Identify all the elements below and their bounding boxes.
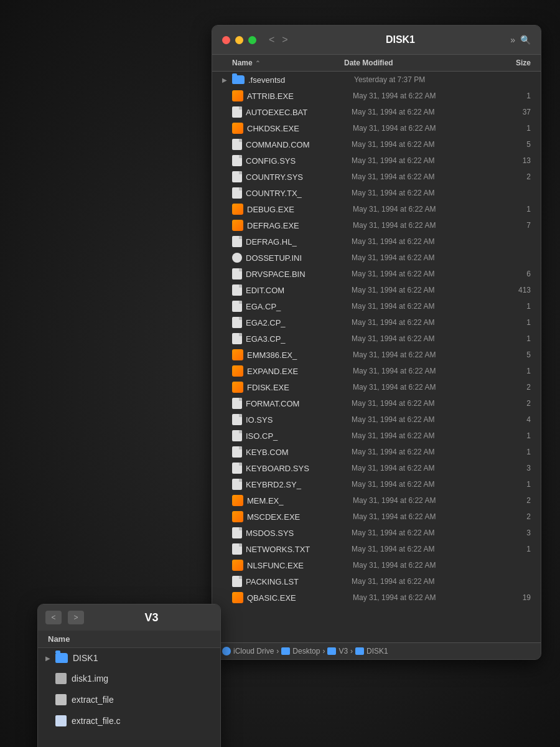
white-icon	[232, 414, 242, 425]
row-filename: EDIT.COM	[246, 286, 352, 295]
row-size: 2	[500, 172, 531, 181]
file-row[interactable]: DEFRAG.EXEMay 31, 1994 at 6:22 AM7	[212, 217, 541, 233]
white-icon	[232, 155, 242, 166]
file-row[interactable]: KEYB.COMMay 31, 1994 at 6:22 AM1	[212, 444, 541, 460]
row-filename: FDISK.EXE	[247, 383, 353, 392]
more-options-button[interactable]: »	[510, 35, 515, 45]
finder-nav: < >	[266, 33, 291, 47]
fullscreen-button[interactable]	[248, 36, 256, 44]
row-size: 1	[500, 448, 531, 456]
file-icon-c	[55, 715, 67, 726]
sidebar-forward-button[interactable]: >	[68, 611, 84, 624]
file-row[interactable]: FORMAT.COMMay 31, 1994 at 6:22 AM2	[212, 395, 541, 411]
file-row[interactable]: DRVSPACE.BINMay 31, 1994 at 6:22 AM6	[212, 266, 541, 282]
file-row[interactable]: DEBUG.EXEMay 31, 1994 at 6:22 AM1	[212, 201, 541, 217]
file-list: ▶.fseventsdYesterday at 7:37 PMATTRIB.EX…	[212, 72, 541, 643]
file-row[interactable]: EXPAND.EXEMay 31, 1994 at 6:22 AM1	[212, 363, 541, 379]
file-row[interactable]: MSDOS.SYSMay 31, 1994 at 6:22 AM3	[212, 525, 541, 541]
file-row[interactable]: EGA3.CP_May 31, 1994 at 6:22 AM1	[212, 331, 541, 347]
file-row[interactable]: NETWORKS.TXTMay 31, 1994 at 6:22 AM1	[212, 541, 541, 557]
file-row[interactable]: MSCDEX.EXEMay 31, 1994 at 6:22 AM2	[212, 509, 541, 525]
chevron-right-icon: ▶	[222, 77, 232, 83]
row-size: 5	[500, 350, 531, 359]
row-date: May 31, 1994 at 6:22 AM	[353, 512, 500, 521]
file-row[interactable]: CONFIG.SYSMay 31, 1994 at 6:22 AM13	[212, 153, 541, 169]
finder-window-title: DISK1	[296, 34, 506, 45]
file-row[interactable]: ISO.CP_May 31, 1994 at 6:22 AM1	[212, 428, 541, 444]
row-size: 2	[500, 496, 531, 505]
sidebar-back-button[interactable]: <	[45, 611, 62, 624]
row-date: May 31, 1994 at 6:22 AM	[352, 318, 500, 327]
row-filename: AUTOEXEC.BAT	[246, 108, 352, 117]
sidebar-item-extract-file-c[interactable]: extract_file.c	[38, 710, 220, 731]
file-row[interactable]: AUTOEXEC.BATMay 31, 1994 at 6:22 AM37	[212, 104, 541, 120]
finder-window: < > DISK1 » 🔍 Name ⌃ Date Modified Size …	[212, 25, 541, 660]
row-date: May 31, 1994 at 6:22 AM	[353, 496, 500, 505]
sidebar-item-label: extract_file	[72, 695, 114, 705]
orange-icon	[232, 204, 243, 215]
file-row[interactable]: ATTRIB.EXEMay 31, 1994 at 6:22 AM1	[212, 88, 541, 104]
sidebar-item-disk1[interactable]: ▶ DISK1	[38, 648, 220, 668]
white-icon	[232, 139, 242, 150]
sidebar-item-disk1img[interactable]: disk1.img	[38, 668, 220, 689]
row-filename: NLSFUNC.EXE	[247, 561, 353, 570]
breadcrumb-sep2: ›	[322, 647, 325, 655]
folder-icon	[55, 653, 68, 663]
finder-forward-button[interactable]: >	[279, 33, 290, 47]
orange-icon	[232, 592, 243, 603]
row-size: 37	[500, 108, 531, 116]
row-size: 1	[500, 367, 531, 375]
file-row[interactable]: ▶.fseventsdYesterday at 7:37 PM	[212, 72, 541, 88]
file-row[interactable]: DOSSETUP.INIMay 31, 1994 at 6:22 AM	[212, 250, 541, 266]
icloud-icon	[222, 647, 231, 655]
breadcrumb-sep: ›	[276, 647, 279, 655]
white-icon	[232, 398, 242, 409]
row-filename: .fseventsd	[248, 75, 354, 85]
file-row[interactable]: EMM386.EX_May 31, 1994 at 6:22 AM5	[212, 347, 541, 363]
file-row[interactable]: PACKING.LSTMay 31, 1994 at 6:22 AM	[212, 573, 541, 590]
file-row[interactable]: EGA2.CP_May 31, 1994 at 6:22 AM1	[212, 314, 541, 331]
search-button[interactable]: 🔍	[520, 35, 531, 45]
file-row[interactable]: CHKDSK.EXEMay 31, 1994 at 6:22 AM1	[212, 120, 541, 136]
col-name-header[interactable]: Name ⌃	[232, 59, 344, 67]
chevron-down-icon: ▶	[45, 655, 50, 662]
finder-actions: » 🔍	[510, 35, 531, 45]
file-row[interactable]: KEYBOARD.SYSMay 31, 1994 at 6:22 AM3	[212, 460, 541, 476]
row-date: May 31, 1994 at 6:22 AM	[353, 124, 500, 133]
sidebar-item-extract-file[interactable]: extract_file	[38, 689, 220, 710]
row-filename: IO.SYS	[246, 415, 352, 425]
row-date: Yesterday at 7:37 PM	[354, 75, 500, 84]
row-date: May 31, 1994 at 6:22 AM	[352, 448, 500, 456]
minimize-button[interactable]	[235, 36, 243, 44]
white-icon	[232, 446, 242, 458]
file-row[interactable]: FDISK.EXEMay 31, 1994 at 6:22 AM2	[212, 379, 541, 395]
row-filename: KEYBRD2.SY_	[246, 480, 352, 489]
row-date: May 31, 1994 at 6:22 AM	[352, 399, 500, 408]
close-button[interactable]	[222, 36, 230, 44]
row-date: May 31, 1994 at 6:22 AM	[352, 302, 500, 311]
file-row[interactable]: COUNTRY.TX_May 31, 1994 at 6:22 AM	[212, 185, 541, 201]
file-row[interactable]: COMMAND.COMMay 31, 1994 at 6:22 AM5	[212, 136, 541, 153]
file-row[interactable]: EGA.CP_May 31, 1994 at 6:22 AM1	[212, 298, 541, 314]
file-row[interactable]: EDIT.COMMay 31, 1994 at 6:22 AM413	[212, 282, 541, 298]
row-size: 1	[500, 545, 531, 553]
file-row[interactable]: COUNTRY.SYSMay 31, 1994 at 6:22 AM2	[212, 169, 541, 185]
file-row[interactable]: QBASIC.EXEMay 31, 1994 at 6:22 AM19	[212, 590, 541, 606]
file-row[interactable]: MEM.EX_May 31, 1994 at 6:22 AM2	[212, 492, 541, 509]
row-date: May 31, 1994 at 6:22 AM	[352, 577, 500, 586]
row-filename: COUNTRY.SYS	[246, 172, 352, 182]
finder-back-button[interactable]: <	[266, 33, 277, 47]
file-row[interactable]: IO.SYSMay 31, 1994 at 6:22 AM4	[212, 411, 541, 428]
white-icon	[232, 284, 242, 296]
file-row[interactable]: NLSFUNC.EXEMay 31, 1994 at 6:22 AM	[212, 557, 541, 573]
col-size-header[interactable]: Size	[493, 59, 531, 67]
breadcrumb-v3: V3	[338, 647, 348, 655]
col-date-header[interactable]: Date Modified	[344, 59, 493, 67]
sidebar-titlebar: < > V3	[38, 604, 220, 631]
file-row[interactable]: DEFRAG.HL_May 31, 1994 at 6:22 AM	[212, 233, 541, 250]
white-icon	[232, 187, 242, 199]
file-row[interactable]: KEYBRD2.SY_May 31, 1994 at 6:22 AM1	[212, 476, 541, 492]
row-filename: DOSSETUP.INI	[246, 253, 352, 263]
row-date: May 31, 1994 at 6:22 AM	[352, 156, 500, 165]
sidebar-col-name: Name	[38, 631, 220, 648]
